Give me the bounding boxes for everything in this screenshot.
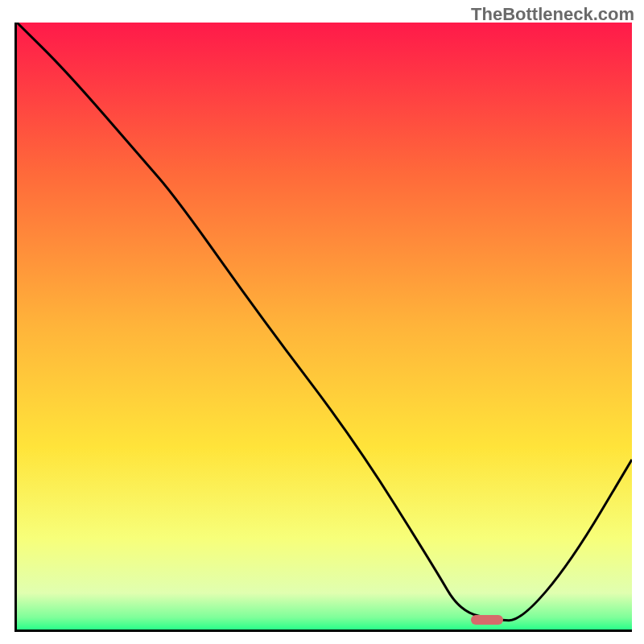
plot-area [14, 23, 632, 632]
bottleneck-curve [17, 23, 632, 621]
optimal-marker [471, 615, 503, 625]
watermark-text: TheBottleneck.com [471, 4, 634, 25]
curve-layer [17, 23, 632, 630]
